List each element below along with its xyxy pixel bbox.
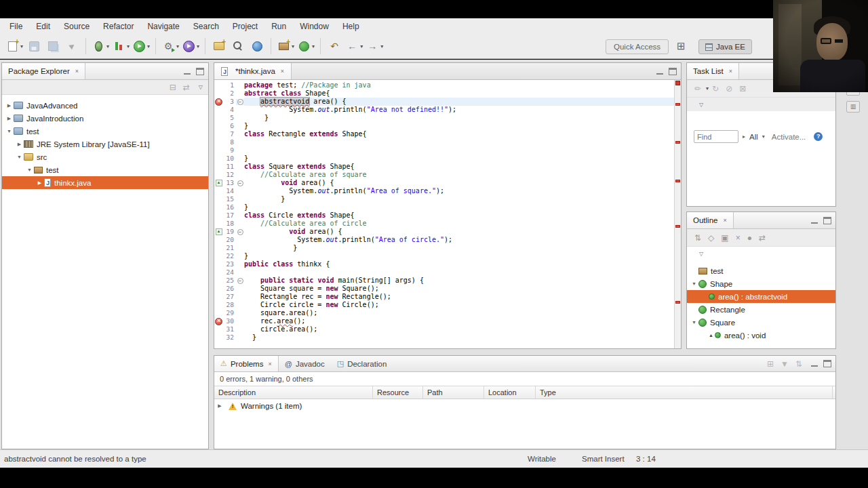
minimize-icon[interactable] xyxy=(810,217,818,224)
activate-link[interactable]: Activate... xyxy=(772,133,806,141)
outline-item-area-abstractvoid[interactable]: area() : abstractvoid xyxy=(687,290,835,303)
code-line-7[interactable]: 7class Rectangle extends Shape{ xyxy=(214,130,674,138)
code-line-23[interactable]: 23public class thinkx { xyxy=(214,260,674,268)
overview-ruler[interactable] xyxy=(674,80,681,348)
dropdown-arrow-icon[interactable]: ▾ xyxy=(197,43,199,49)
package-explorer-item-thinkx-java[interactable]: ▶thinkx.java xyxy=(2,176,208,189)
collapse-arrow-icon[interactable]: ▼ xyxy=(5,129,14,134)
code-line-21[interactable]: 21 } xyxy=(214,244,674,252)
view-menu-icon[interactable]: ▽ xyxy=(699,102,703,108)
package-explorer-item-src[interactable]: ▼src xyxy=(2,150,208,163)
hide-local-types-icon[interactable]: ● xyxy=(747,233,752,243)
pointer-button[interactable] xyxy=(64,37,80,55)
run-external-tools-button[interactable]: ▾ xyxy=(161,37,179,55)
outline-item-shape[interactable]: ▼Shape xyxy=(687,277,835,290)
code-line-3[interactable]: 3− abstractvoid area() { xyxy=(214,98,674,106)
column-header-description[interactable]: Description xyxy=(214,386,373,399)
expand-arrow-icon[interactable]: ▶ xyxy=(214,403,225,409)
view-menu-icon[interactable]: ▽ xyxy=(699,251,703,257)
focus-on-active-task-icon[interactable]: ⇅ xyxy=(795,359,802,369)
column-header-path[interactable]: Path xyxy=(423,386,484,399)
code-editor[interactable]: 1package test; //Package in java2abstrac… xyxy=(214,80,681,348)
package-explorer-item-test[interactable]: ▼test xyxy=(2,163,208,176)
minimize-icon[interactable] xyxy=(810,360,818,367)
code-line-22[interactable]: 22} xyxy=(214,252,674,260)
outline-item-rectangle[interactable]: Rectangle xyxy=(687,303,835,316)
code-line-6[interactable]: 6} xyxy=(214,122,674,130)
code-line-20[interactable]: 20 System.out.println("Area of circle.")… xyxy=(214,236,674,244)
group-by-icon[interactable]: ⊞ xyxy=(767,359,774,369)
package-explorer-item-jre-system-library-javase-11[interactable]: ▶JRE System Library [JavaSE-11] xyxy=(2,138,208,150)
forward-button[interactable]: ▾ xyxy=(366,37,383,55)
new-package-button[interactable]: ▾ xyxy=(277,37,294,55)
tab-declaration[interactable]: ◳Declaration xyxy=(331,356,393,371)
problems-group-warnings-1-item[interactable]: ▶Warnings (1 item) xyxy=(214,399,835,412)
tab-javadoc[interactable]: @Javadoc xyxy=(279,356,331,371)
expand-arrow-icon[interactable]: ▶ xyxy=(5,116,14,121)
collapse-arrow-icon[interactable]: ▼ xyxy=(15,155,24,159)
dropdown-arrow-icon[interactable]: ▾ xyxy=(762,134,765,140)
outline-item-area-void[interactable]: ▲area() : void xyxy=(687,329,835,342)
code-line-11[interactable]: 11class Square extends Shape{ xyxy=(214,163,674,171)
perspective-java-ee-button[interactable]: Java EE xyxy=(698,39,752,54)
collapse-all-icon[interactable]: ⊟ xyxy=(170,83,176,92)
menu-item-file[interactable]: File xyxy=(3,22,29,31)
code-line-15[interactable]: 15 } xyxy=(214,195,674,203)
maximize-icon[interactable] xyxy=(823,360,831,367)
menu-item-navigate[interactable]: Navigate xyxy=(140,22,186,31)
maximize-icon[interactable] xyxy=(196,68,204,75)
open-perspective-icon[interactable]: ⊞ xyxy=(677,40,686,52)
code-line-31[interactable]: 31 circle.area(); xyxy=(214,325,674,333)
new-java-project-button[interactable] xyxy=(211,37,227,55)
expand-arrow-icon[interactable]: ▶ xyxy=(35,180,44,186)
link-with-editor-icon[interactable]: ⇄ xyxy=(759,233,766,243)
code-line-25[interactable]: 25− public static void main(String[] arg… xyxy=(214,277,674,285)
dropdown-arrow-icon[interactable]: ▾ xyxy=(360,43,363,49)
menu-item-search[interactable]: Search xyxy=(186,22,226,31)
maximize-icon[interactable] xyxy=(823,217,831,224)
code-line-8[interactable]: 8 xyxy=(214,138,674,146)
hide-static-members-icon[interactable]: ▣ xyxy=(721,233,728,243)
menu-item-help[interactable]: Help xyxy=(336,22,366,31)
collapse-arrow-icon[interactable]: ▼ xyxy=(690,281,698,286)
column-header-resource[interactable]: Resource xyxy=(373,386,423,399)
close-icon[interactable]: × xyxy=(729,68,732,75)
expand-arrow-icon[interactable]: ▶ xyxy=(5,103,14,108)
code-line-1[interactable]: 1package test; //Package in java xyxy=(214,81,674,89)
back-button[interactable]: ▾ xyxy=(345,37,363,55)
menu-item-run[interactable]: Run xyxy=(264,22,293,31)
minimized-view-2-icon[interactable]: ▥ xyxy=(846,101,860,113)
expand-chevron-icon[interactable]: ▸ xyxy=(743,134,745,140)
code-line-10[interactable]: 10} xyxy=(214,155,674,163)
editor-tab-thinkx[interactable]: *thinkx.java × xyxy=(214,63,292,79)
code-line-30[interactable]: 30 rec.area(); xyxy=(214,317,674,325)
hide-non-public-icon[interactable]: × xyxy=(736,233,741,243)
collapse-fold-icon[interactable]: − xyxy=(237,99,243,105)
hide-fields-icon[interactable]: ◇ xyxy=(708,233,714,243)
package-explorer-item-test[interactable]: ▼test xyxy=(2,125,208,138)
code-line-27[interactable]: 27 Rectangle rec = new Rectangle(); xyxy=(214,293,674,301)
code-line-2[interactable]: 2abstract class Shape{ xyxy=(214,89,674,98)
code-line-13[interactable]: 13− void area() { xyxy=(214,179,674,187)
outline-item-square[interactable]: ▼Square xyxy=(687,316,835,329)
menu-item-refactor[interactable]: Refactor xyxy=(96,22,140,31)
code-line-16[interactable]: 16} xyxy=(214,203,674,211)
code-line-9[interactable]: 9 xyxy=(214,146,674,155)
collapse-fold-icon[interactable]: − xyxy=(237,180,243,186)
collapse-fold-icon[interactable]: − xyxy=(237,229,243,235)
debug-button[interactable]: ▾ xyxy=(92,37,109,55)
run-button[interactable]: ▾ xyxy=(132,37,150,55)
minimize-icon[interactable] xyxy=(656,68,664,75)
outline-item-test[interactable]: test xyxy=(687,264,835,277)
code-line-32[interactable]: 32 } xyxy=(214,333,674,342)
code-line-29[interactable]: 29 square.area(); xyxy=(214,309,674,317)
sort-icon[interactable]: ⇅ xyxy=(694,233,701,243)
menu-item-project[interactable]: Project xyxy=(226,22,264,31)
code-line-5[interactable]: 5 } xyxy=(214,114,674,122)
dropdown-arrow-icon[interactable]: ▾ xyxy=(292,43,294,49)
close-icon[interactable]: × xyxy=(281,68,284,75)
column-header-location[interactable]: Location xyxy=(484,386,536,399)
dropdown-arrow-icon[interactable]: ▾ xyxy=(312,43,315,49)
code-line-24[interactable]: 24 xyxy=(214,268,674,277)
filters-icon[interactable]: ▼ xyxy=(781,359,789,369)
